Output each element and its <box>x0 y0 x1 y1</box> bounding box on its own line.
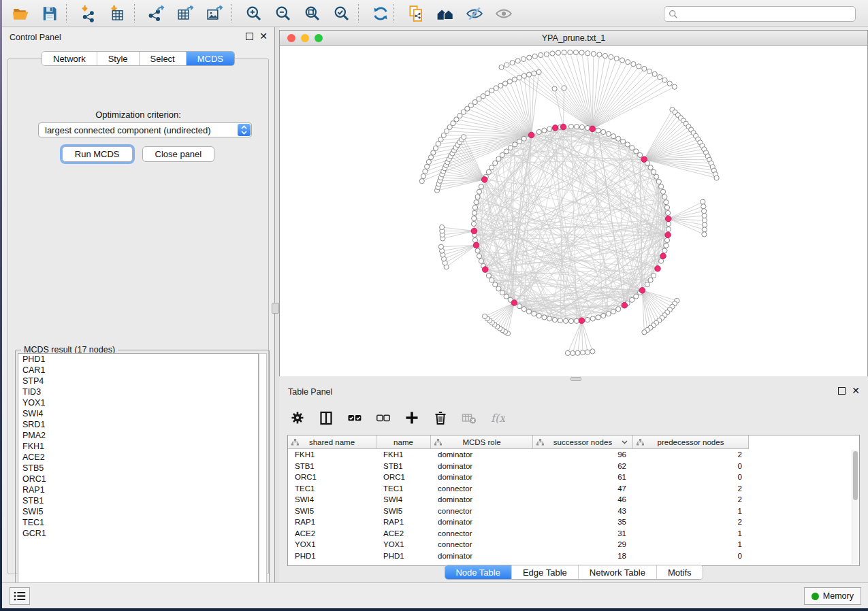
delete-button[interactable] <box>430 408 451 428</box>
vertical-splitter[interactable] <box>274 27 279 582</box>
cell-predecessor-nodes: 1 <box>633 507 749 515</box>
close-table-panel-icon[interactable]: ✕ <box>852 387 860 395</box>
mcds-result-item[interactable]: STB1 <box>18 495 258 506</box>
cell-successor-nodes: 29 <box>533 540 633 548</box>
gear-button[interactable] <box>287 408 308 428</box>
cell-successor-nodes: 96 <box>533 450 633 459</box>
tab-network[interactable]: Network <box>42 52 97 65</box>
mcds-result-item[interactable]: ORC1 <box>18 474 258 484</box>
task-history-button[interactable] <box>10 587 30 605</box>
mcds-result-item[interactable]: STB5 <box>18 463 258 474</box>
zoom-fit-button[interactable] <box>301 3 324 24</box>
eye-slash-button[interactable] <box>463 3 486 24</box>
cell-predecessor-nodes: 2 <box>633 495 749 503</box>
column-header-successor-nodes[interactable]: successor nodes <box>533 435 633 449</box>
zoom-selected-button[interactable] <box>330 3 353 24</box>
eye-slash-icon <box>466 5 483 22</box>
table-row[interactable]: ORC1ORC1dominator610 <box>288 472 859 483</box>
table-row[interactable]: FKH1FKH1dominator962 <box>288 449 859 461</box>
mcds-result-item[interactable]: PHD1 <box>18 354 258 365</box>
mcds-result-item[interactable]: YOX1 <box>18 397 258 408</box>
run-mcds-button[interactable]: Run MCDS <box>62 146 133 162</box>
vertical-splitter-grip[interactable] <box>272 303 279 314</box>
cell-name: ORC1 <box>376 473 431 481</box>
mcds-result-item[interactable]: SWI5 <box>18 506 258 517</box>
gear-icon <box>290 410 305 425</box>
table-tab-edge-table[interactable]: Edge Table <box>512 565 579 579</box>
cell-predecessor-nodes: 1 <box>633 540 749 548</box>
mcds-result-item[interactable]: FKH1 <box>18 441 258 452</box>
mcds-list-scrollbar[interactable] <box>259 353 267 599</box>
table-row[interactable]: RAP1RAP1dominator352 <box>288 516 859 528</box>
close-panel-icon[interactable]: ✕ <box>259 33 268 40</box>
refresh-button[interactable] <box>369 3 392 24</box>
table-scrollbar-thumb[interactable] <box>853 451 858 500</box>
save-session-button[interactable] <box>38 3 61 24</box>
memory-button[interactable]: Memory <box>804 587 861 605</box>
cell-predecessor-nodes: 0 <box>633 462 749 470</box>
list-icon <box>13 590 27 602</box>
mcds-result-item[interactable]: SRD1 <box>18 419 258 430</box>
table-row[interactable]: TEC1TEC1connector472 <box>288 483 859 495</box>
export-table-button[interactable] <box>174 3 197 24</box>
mcds-result-item[interactable]: STP4 <box>18 376 258 386</box>
tab-style[interactable]: Style <box>97 52 140 65</box>
table-scrollbar[interactable] <box>852 450 858 564</box>
search-input[interactable] <box>681 8 855 20</box>
optimization-criterion-label: Optimization criterion: <box>8 110 268 120</box>
zoom-in-button[interactable] <box>242 3 266 24</box>
eye-button[interactable] <box>492 3 515 24</box>
export-image-button[interactable] <box>204 3 227 24</box>
mcds-result-list[interactable]: PHD1CAR1STP4TID3YOX1SWI4SRD1PMA2FKH1ACE2… <box>18 353 259 599</box>
float-panel-icon[interactable] <box>246 33 253 40</box>
cell-MCDS-role: connector <box>431 507 533 515</box>
table-row[interactable]: SWI4SWI4dominator462 <box>288 494 859 506</box>
network-titlebar[interactable]: YPA_prune.txt_1 <box>280 31 867 46</box>
column-header-predecessor-nodes[interactable]: predecessor nodes <box>633 435 749 449</box>
close-panel-button[interactable]: Close panel <box>142 146 215 162</box>
mcds-result-item[interactable]: PMA2 <box>18 430 258 441</box>
column-header-name[interactable]: name <box>376 435 431 449</box>
tab-mcds[interactable]: MCDS <box>187 52 234 65</box>
import-table-button[interactable] <box>106 3 129 24</box>
network-title: YPA_prune.txt_1 <box>280 33 867 43</box>
mcds-result-item[interactable]: ACE2 <box>18 452 258 463</box>
table-tab-motifs[interactable]: Motifs <box>657 565 703 579</box>
float-table-panel-icon[interactable] <box>838 387 846 395</box>
select-all-button[interactable] <box>344 408 365 428</box>
mcds-result-item[interactable]: GCR1 <box>18 528 258 539</box>
cell-name: RAP1 <box>376 518 431 526</box>
share-document-button[interactable] <box>404 3 428 24</box>
network-canvas[interactable] <box>280 46 867 376</box>
table-row[interactable]: SWI5SWI5connector431 <box>288 506 859 517</box>
houses-button[interactable] <box>434 3 457 24</box>
table-tab-node-table[interactable]: Node Table <box>445 565 512 579</box>
table-row[interactable]: ACE2ACE2connector311 <box>288 528 859 540</box>
refresh-icon <box>372 5 389 22</box>
mcds-result-item[interactable]: CAR1 <box>18 365 258 376</box>
columns-button[interactable] <box>316 408 336 428</box>
horizontal-splitter[interactable] <box>279 376 868 381</box>
table-tab-network-table[interactable]: Network Table <box>579 565 657 579</box>
mcds-result-item[interactable]: SWI4 <box>18 408 258 419</box>
import-network-button[interactable] <box>77 3 100 24</box>
open-session-button[interactable] <box>9 3 32 24</box>
mcds-result-item[interactable]: TID3 <box>18 386 258 397</box>
export-network-button[interactable] <box>145 3 168 24</box>
column-header-shared-name[interactable]: shared name <box>288 435 376 449</box>
tab-select[interactable]: Select <box>140 52 187 65</box>
zoom-out-button[interactable] <box>272 3 295 24</box>
deselect-all-button[interactable] <box>373 408 393 428</box>
table-row[interactable]: YOX1YOX1connector291 <box>288 539 859 550</box>
criterion-dropdown[interactable]: largest connected component (undirected) <box>38 122 252 137</box>
mcds-result-item[interactable]: TEC1 <box>18 517 258 528</box>
add-button[interactable] <box>402 408 422 428</box>
table-row[interactable]: STB1STB1dominator620 <box>288 461 859 472</box>
mcds-result-item[interactable]: RAP1 <box>18 484 258 495</box>
function-button: f(x) <box>487 408 508 428</box>
column-header-MCDS-role[interactable]: MCDS role <box>431 435 533 449</box>
dropdown-stepper-icon <box>238 124 251 136</box>
search-box[interactable] <box>664 6 856 22</box>
table-row[interactable]: PHD1PHD1dominator180 <box>288 550 859 562</box>
delete-icon <box>433 410 448 425</box>
